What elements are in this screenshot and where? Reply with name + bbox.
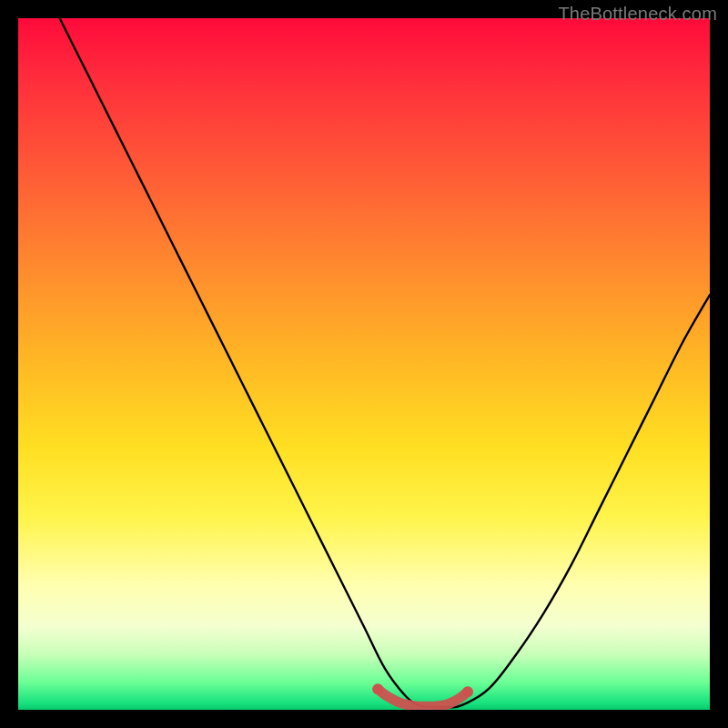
curve-path xyxy=(60,18,710,707)
plot-area xyxy=(18,18,710,710)
chart-stage: TheBottleneck.com xyxy=(0,0,728,728)
curve-layer xyxy=(18,18,710,710)
accent-path xyxy=(378,689,468,706)
accent-dot-right xyxy=(462,686,473,697)
accent-dot-left xyxy=(372,683,383,694)
watermark-text: TheBottleneck.com xyxy=(558,4,717,25)
